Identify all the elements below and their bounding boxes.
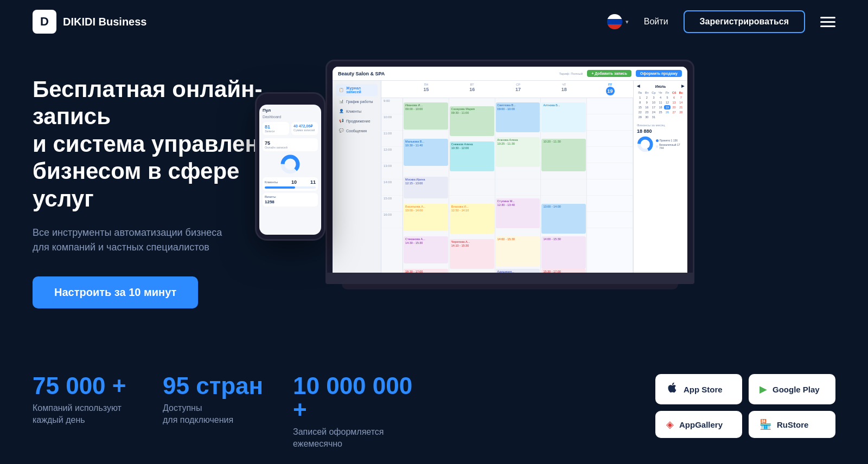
stats-section: 75 000 + Компаний используюткаждый день … bbox=[0, 347, 868, 464]
sidebar-item-promo[interactable]: 📢Продвижение bbox=[336, 117, 378, 125]
app-gallery-label: AppGallery bbox=[679, 420, 723, 429]
stat-companies-desc: Компаний используюткаждый день bbox=[33, 402, 130, 427]
stat-companies-number: 75 000 + bbox=[33, 374, 163, 398]
rustore-label: RuStore bbox=[777, 420, 808, 429]
laptop-mockup: Beauty Salon & SPA Тариф: Полный + Добав… bbox=[326, 60, 694, 289]
cal-add-button[interactable]: + Добавить запись bbox=[587, 70, 631, 77]
menu-bar-3 bbox=[820, 25, 835, 27]
register-button[interactable]: Зарегистрироваться bbox=[684, 10, 805, 33]
hero-section: Бесплатная онлайн-записьи система управл… bbox=[0, 43, 868, 347]
app-store-buttons: App Store ▶ Google Play ◈ AppGallery 🏪 R… bbox=[655, 374, 835, 438]
hero-subtitle: Все инструменты автоматизации бизнесадля… bbox=[33, 225, 260, 255]
cal-business-name: Beauty Salon & SPA bbox=[338, 71, 385, 76]
sidebar-item-schedule[interactable]: 📊График работы bbox=[336, 97, 378, 106]
sidebar-item-messages[interactable]: 💬Сообщения bbox=[336, 126, 378, 135]
sidebar-item-journal[interactable]: 📋Журнал записей bbox=[336, 84, 378, 96]
logo-text: DIKIDI Business bbox=[63, 16, 146, 28]
cta-button[interactable]: Настроить за 10 минут bbox=[33, 276, 198, 308]
login-button[interactable]: Войти bbox=[644, 17, 668, 27]
app-gallery-button[interactable]: ◈ AppGallery bbox=[655, 411, 742, 438]
phone-stat1-num: 81 bbox=[265, 124, 287, 130]
stat-companies: 75 000 + Компаний используюткаждый день bbox=[33, 374, 163, 427]
stat-records: 10 000 000 + Записей оформляетсяежемесяч… bbox=[293, 374, 423, 450]
cal-sell-button[interactable]: Оформить продажу bbox=[636, 70, 682, 77]
appgallery-icon: ◈ bbox=[666, 418, 674, 430]
menu-bar-1 bbox=[820, 17, 835, 18]
stat-countries: 95 стран Доступныдля подключения bbox=[163, 374, 293, 427]
chevron-down-icon: ▾ bbox=[626, 18, 629, 25]
main-nav: ▾ Войти Зарегистрироваться bbox=[607, 10, 835, 33]
hero-title: Бесплатная онлайн-записьи система управл… bbox=[33, 76, 293, 212]
language-selector[interactable]: ▾ bbox=[607, 14, 629, 29]
google-play-label: Google Play bbox=[773, 385, 820, 394]
rustore-button[interactable]: 🏪 RuStore bbox=[749, 411, 835, 438]
apple-icon bbox=[666, 382, 678, 397]
menu-bar-2 bbox=[820, 21, 835, 23]
google-play-button[interactable]: ▶ Google Play bbox=[749, 374, 835, 404]
stat-countries-number: 95 стран bbox=[163, 374, 293, 398]
stat-records-number: 10 000 000 + bbox=[293, 374, 423, 422]
hero-mockup: Пул Dashboard 81 Записи 40 472,06₽ Сумма… bbox=[271, 60, 835, 289]
rustore-icon: 🏪 bbox=[760, 418, 771, 430]
logo-icon: D bbox=[33, 10, 56, 34]
app-store-button[interactable]: App Store bbox=[655, 374, 742, 404]
stat-countries-desc: Доступныдля подключения bbox=[163, 402, 260, 427]
phone-mockup: Пул Dashboard 81 Записи 40 472,06₽ Сумма… bbox=[255, 92, 326, 241]
google-play-icon: ▶ bbox=[760, 383, 767, 395]
stat-records-desc: Записей оформляетсяежемесячно bbox=[293, 426, 391, 450]
sidebar-item-clients[interactable]: 👤Клиенты bbox=[336, 107, 378, 115]
flag-icon bbox=[607, 14, 622, 29]
logo[interactable]: D DIKIDI Business bbox=[33, 10, 146, 34]
phone-app-header: Пул bbox=[263, 108, 318, 113]
app-store-label: App Store bbox=[684, 385, 723, 394]
hamburger-menu-button[interactable] bbox=[820, 17, 835, 27]
hero-text-block: Бесплатная онлайн-записьи система управл… bbox=[33, 65, 293, 308]
